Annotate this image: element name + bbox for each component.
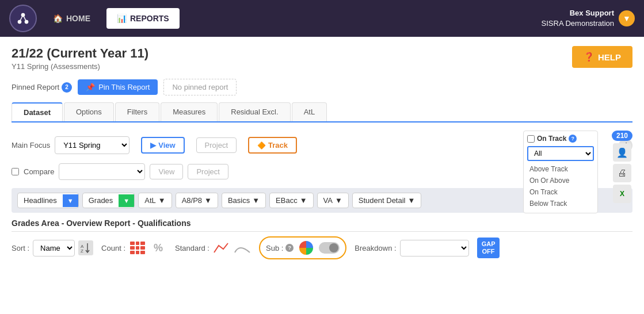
view-icon: ▶ <box>150 141 156 150</box>
headlines-arrow: ▼ <box>63 194 78 207</box>
svg-rect-11 <box>130 246 135 250</box>
user-dropdown-button[interactable]: ▼ <box>619 10 635 26</box>
svg-rect-10 <box>140 242 145 245</box>
sort-label: Sort : <box>12 244 29 252</box>
tab-residual[interactable]: Residual Excl. <box>219 102 290 121</box>
sort-group: Sort : Name A Z <box>12 240 93 256</box>
ontrack-option-on-or-above[interactable]: On Or Above <box>527 175 594 186</box>
track-icon: 🔶 <box>257 141 266 150</box>
tabs-row: Dataset Options Filters Measures Residua… <box>12 102 632 122</box>
student-detail-dropdown[interactable]: Student Detail ▼ <box>352 193 422 208</box>
compare-project-button[interactable]: Project <box>188 164 228 179</box>
tab-filters[interactable]: Filters <box>115 102 159 121</box>
compare-select[interactable] <box>59 163 145 180</box>
print-icon-button[interactable]: 🖨 <box>613 164 631 182</box>
a8p8-label: A8/P8 <box>182 196 202 205</box>
sub-pie-icon[interactable] <box>298 240 314 256</box>
ebacc-dropdown[interactable]: EBacc ▼ <box>269 193 313 208</box>
pin-this-report-button[interactable]: 📌 Pin This Report <box>78 79 158 95</box>
chevron-down-icon: ▼ <box>623 14 631 23</box>
help-button[interactable]: ❓ HELP <box>572 46 632 68</box>
standard-label: Standard : <box>175 244 209 252</box>
sub-toggle[interactable] <box>319 242 340 254</box>
tab-atl[interactable]: AtL <box>292 102 327 121</box>
headlines-dropdown[interactable]: Headlines ▼ <box>17 193 79 208</box>
ebacc-arrow: ▼ <box>300 196 307 205</box>
gap-off-label: GAP OFF <box>482 240 496 255</box>
svg-rect-8 <box>130 242 135 245</box>
tab-options[interactable]: Options <box>64 102 114 121</box>
ebacc-label: EBacc <box>276 196 298 205</box>
standard-line-chart-icon[interactable] <box>213 240 230 256</box>
ontrack-checkbox[interactable] <box>527 135 535 143</box>
reports-label: REPORTS <box>130 14 169 23</box>
headlines-label: Headlines <box>18 193 63 208</box>
standard-group: Standard : <box>175 240 251 256</box>
main-content: 21/22 (Current Year 11) Y11 Spring (Asse… <box>0 37 644 314</box>
sub-group: Sub : ? <box>259 236 346 259</box>
sub-text: Sub : <box>266 244 283 252</box>
ontrack-option-below[interactable]: Below Track <box>527 198 594 209</box>
ontrack-select[interactable]: All <box>527 146 594 161</box>
page-title-area: 21/22 (Current Year 11) Y11 Spring (Asse… <box>12 46 148 71</box>
ontrack-option-on-track[interactable]: On Track <box>527 186 594 198</box>
right-panel: 210 👤 🖨 X <box>612 131 632 203</box>
pinned-label: Pinned Report 2 <box>12 82 72 93</box>
sub-help-icon[interactable]: ? <box>285 244 294 252</box>
excel-icon-button[interactable]: X <box>613 185 631 203</box>
svg-rect-16 <box>140 251 145 254</box>
project-button[interactable]: Project <box>196 137 237 153</box>
compare-view-button[interactable]: View <box>150 164 183 179</box>
ontrack-help-icon[interactable]: ? <box>569 135 577 143</box>
breakdown-select[interactable] <box>400 240 469 256</box>
project-label: Project <box>205 141 228 150</box>
tab-dataset[interactable]: Dataset <box>12 102 63 121</box>
count-table-icon[interactable] <box>129 240 146 256</box>
svg-rect-9 <box>136 242 139 245</box>
user-name: Bex Support <box>542 8 614 18</box>
person-icon-button[interactable]: 👤 <box>613 143 631 162</box>
a8p8-dropdown[interactable]: A8/P8 ▼ <box>176 193 218 208</box>
no-pinned-button[interactable]: No pinned report <box>163 79 237 95</box>
count-group: Count : % <box>101 240 167 256</box>
pinned-report-label: Pinned Report <box>12 83 59 91</box>
dataset-area: Main Focus Y11 Spring ▶ View Project 🔶 T… <box>12 131 632 183</box>
grades-label: Grades <box>83 193 119 208</box>
view-button[interactable]: ▶ View <box>141 137 184 154</box>
atl-dropdown[interactable]: AtL ▼ <box>138 193 172 208</box>
home-label: HOME <box>66 14 90 23</box>
main-focus-select[interactable]: Y11 Spring <box>55 136 129 154</box>
grades-dropdown[interactable]: Grades ▼ <box>82 193 135 208</box>
sub-container: Sub : ? <box>259 236 346 259</box>
home-button[interactable]: 🏠 HOME <box>44 9 100 28</box>
sort-select[interactable]: Name <box>33 240 75 256</box>
va-label: VA <box>323 196 333 205</box>
breakdown-label: Breakdown : <box>355 244 396 252</box>
ontrack-option-above[interactable]: Above Track <box>527 163 594 175</box>
basics-dropdown[interactable]: Basics ▼ <box>222 193 266 208</box>
user-info: Bex Support SISRA Demonstration <box>542 8 614 29</box>
user-org: SISRA Demonstration <box>542 18 614 29</box>
svg-rect-12 <box>136 246 139 250</box>
main-focus-label: Main Focus <box>12 141 50 150</box>
pinned-bar: Pinned Report 2 📌 Pin This Report No pin… <box>12 79 632 95</box>
standard-curve-icon[interactable] <box>234 240 251 256</box>
compare-checkbox[interactable] <box>12 168 19 175</box>
atl-arrow: ▼ <box>158 196 166 205</box>
tab-measures[interactable]: Measures <box>161 102 218 121</box>
count-percent-icon[interactable]: % <box>150 240 167 256</box>
sort-az-icon[interactable]: A Z <box>78 240 93 255</box>
va-dropdown[interactable]: VA ▼ <box>317 193 349 208</box>
logo <box>9 5 37 32</box>
gap-off-button[interactable]: GAP OFF <box>477 238 500 258</box>
track-button[interactable]: 🔶 Track <box>248 137 297 154</box>
student-detail-arrow: ▼ <box>408 196 416 205</box>
svg-rect-15 <box>136 251 139 254</box>
pin-label: Pin This Report <box>98 83 150 91</box>
page-header: 21/22 (Current Year 11) Y11 Spring (Asse… <box>12 46 632 71</box>
grades-arrow: ▼ <box>119 194 134 207</box>
student-detail-label: Student Detail <box>359 196 406 205</box>
reports-button[interactable]: 📊 REPORTS <box>106 8 180 29</box>
bottom-bar: Sort : Name A Z Count : <box>12 231 632 264</box>
track-label: Track <box>268 141 288 150</box>
